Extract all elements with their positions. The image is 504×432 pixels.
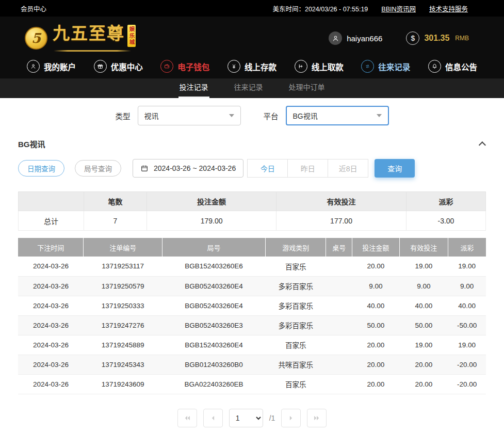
username-label: haiyan666 (347, 34, 382, 43)
cell-table-no (326, 355, 352, 374)
cell-bet-amount: 20.00 (352, 355, 400, 374)
pagination: 1 /1 (18, 409, 486, 427)
cell-bet-id: 13719243609 (84, 374, 162, 394)
user-icon (27, 60, 40, 73)
bbin-news-link[interactable]: BBIN资讯网 (381, 4, 416, 13)
member-center-link[interactable]: 会员中心 (21, 4, 46, 13)
cell-valid-bet: 40.00 (399, 296, 448, 315)
cell-bet-time: 2024-03-26 (18, 276, 84, 296)
page-title: BG视讯 (18, 138, 45, 149)
col-bet-time: 下注时间 (18, 238, 84, 257)
cell-valid-bet: 20.00 (399, 374, 448, 394)
summary-count: 7 (84, 211, 147, 231)
summary-valid: 177.00 (277, 211, 407, 231)
query-controls: 日期查询 局号查询 2024-03-26 ~ 2024-03-26 今日 昨日 … (18, 159, 486, 178)
cell-bet-amount: 20.00 (352, 335, 400, 355)
cell-valid-bet: 19.00 (399, 335, 448, 355)
first-page-button[interactable] (177, 409, 197, 427)
last8days-button[interactable]: 近8日 (328, 159, 368, 178)
cell-game-type: 多彩百家乐 (266, 296, 326, 315)
cell-bet-id: 13719253117 (84, 257, 162, 276)
round-query-button[interactable]: 局号查询 (75, 160, 121, 177)
header-right: haiyan666 $ 301.35 RMB (329, 31, 469, 45)
sub-nav: 投注记录 往来记录 处理中订单 (0, 78, 504, 98)
cell-game-type: 多彩百家乐 (266, 315, 326, 335)
deposit-coin-icon (227, 60, 240, 73)
cell-payout: 19.00 (448, 257, 486, 276)
today-button[interactable]: 今日 (247, 159, 288, 178)
summary-payout: -3.00 (406, 211, 485, 231)
table-row: 2024-03-26 13719253117 BGB152403260E6 百家… (18, 257, 486, 276)
cell-round-id: BGB152403260E4 (162, 335, 265, 355)
nav-item-withdraw[interactable]: 线上取款 (295, 60, 344, 73)
table-row: 2024-03-26 13719245343 BGB012403260B0 共咪… (18, 355, 486, 374)
platform-select-value: BG视讯 (293, 110, 318, 121)
nav-item-my-account[interactable]: 我的账户 (27, 60, 76, 73)
first-page-icon (183, 414, 192, 422)
tech-support-link[interactable]: 技术支持服务 (429, 4, 468, 13)
nav-item-records[interactable]: 往来记录 (361, 60, 410, 73)
cell-round-id: BGB052403260E3 (162, 315, 265, 335)
cell-game-type: 百家乐 (266, 257, 326, 276)
cell-bet-amount: 20.00 (352, 374, 400, 394)
summary-bet: 179.00 (147, 211, 277, 231)
cell-table-no (326, 335, 352, 355)
date-range-picker[interactable]: 2024-03-26 ~ 2024-03-26 (133, 159, 243, 178)
tab-transaction-records[interactable]: 往来记录 (233, 78, 264, 98)
cell-table-no (326, 374, 352, 394)
date-query-button[interactable]: 日期查询 (18, 160, 64, 177)
platform-select[interactable]: BG视讯 (286, 106, 389, 125)
summary-header-payout: 派彩 (406, 192, 485, 211)
chevron-down-icon (229, 114, 234, 117)
cell-payout: 40.00 (448, 296, 486, 315)
table-row: 2024-03-26 13719245889 BGB152403260E4 百家… (18, 335, 486, 355)
table-row: 2024-03-26 13719250579 BGB052403260E4 多彩… (18, 276, 486, 296)
topbar: 会员中心 美东时间：2024/03/26 - 07:55:19 BBIN资讯网 … (0, 0, 504, 17)
nav-item-promotions[interactable]: 优惠中心 (94, 60, 143, 73)
platform-filter-group: 平台 BG视讯 (264, 106, 389, 125)
page-select[interactable]: 1 (229, 409, 263, 427)
cell-bet-time: 2024-03-26 (18, 355, 84, 374)
col-game-type: 游戏类别 (266, 238, 326, 257)
chevron-up-icon[interactable] (479, 141, 486, 149)
summary-header-count: 笔数 (84, 192, 147, 211)
cell-bet-time: 2024-03-26 (18, 374, 84, 394)
yesterday-button[interactable]: 昨日 (287, 159, 328, 178)
cell-bet-time: 2024-03-26 (18, 335, 84, 355)
exchange-icon (361, 60, 374, 73)
cell-bet-id: 13719245889 (84, 335, 162, 355)
balance-info[interactable]: $ 301.35 RMB (406, 31, 469, 45)
search-button[interactable]: 查询 (375, 159, 415, 178)
cell-valid-bet: 19.00 (399, 257, 448, 276)
tab-bet-records[interactable]: 投注记录 (178, 78, 209, 98)
col-bet-amount: 投注金额 (352, 238, 400, 257)
bet-table-body: 2024-03-26 13719253117 BGB152403260E6 百家… (18, 257, 486, 394)
cell-bet-amount: 40.00 (352, 296, 400, 315)
last-page-button[interactable] (307, 409, 327, 427)
nav-item-ewallet[interactable]: 电子钱包 (160, 60, 209, 73)
logo-coin-icon: 5 (25, 27, 47, 50)
cell-payout: 19.00 (448, 335, 486, 355)
prev-page-button[interactable] (203, 409, 223, 427)
header: 5 九五至尊 娱乐城 haiyan666 $ 301.35 RMB (0, 17, 504, 60)
col-payout: 派彩 (448, 238, 486, 257)
cell-round-id: BGB152403260E6 (162, 257, 265, 276)
bell-icon (428, 60, 441, 73)
cell-table-no (326, 257, 352, 276)
user-info[interactable]: haiyan666 (329, 31, 382, 45)
cell-round-id: BGB052403260E4 (162, 276, 265, 296)
nav-item-deposit[interactable]: 线上存款 (227, 60, 277, 73)
next-page-button[interactable] (281, 409, 301, 427)
type-select-value: 视讯 (144, 110, 159, 121)
summary-total-row: 总计 7 179.00 177.00 -3.00 (19, 211, 486, 231)
cell-valid-bet: 50.00 (399, 315, 448, 335)
type-select[interactable]: 视讯 (138, 106, 241, 125)
site-logo[interactable]: 5 九五至尊 娱乐城 (25, 25, 136, 52)
cell-table-no (326, 315, 352, 335)
cell-game-type: 百家乐 (266, 374, 326, 394)
summary-header-row: 笔数 投注金额 有效投注 派彩 (19, 192, 486, 211)
cell-payout: 9.00 (448, 276, 486, 296)
nav-item-announcements[interactable]: 信息公告 (428, 60, 477, 73)
summary-total-label: 总计 (19, 211, 84, 231)
tab-processing-orders[interactable]: 处理中订单 (288, 78, 326, 98)
